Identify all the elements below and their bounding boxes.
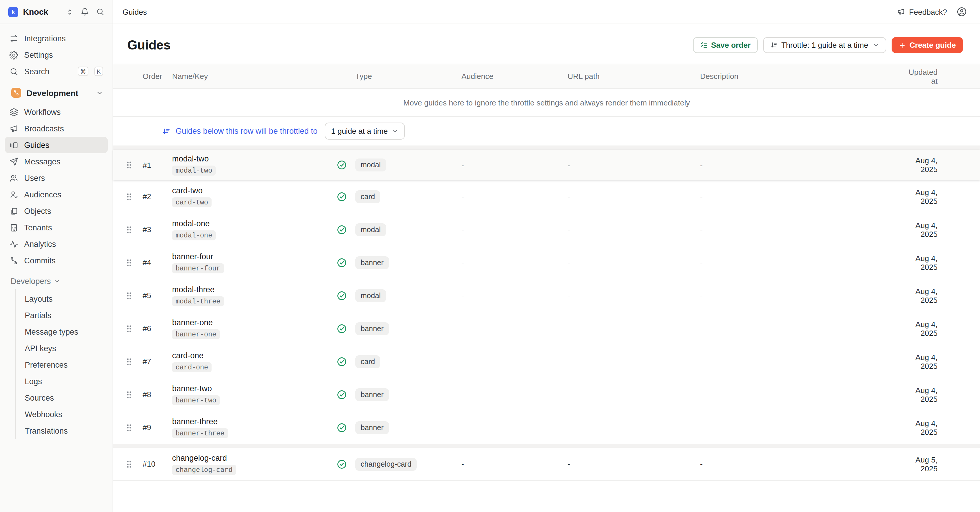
sidebar-item-layouts[interactable]: Layouts — [16, 291, 108, 307]
drag-handle-icon[interactable] — [121, 161, 137, 169]
status-active-check-icon — [336, 459, 347, 469]
sidebar-item-users[interactable]: Users — [5, 170, 108, 186]
sidebar-item-label: Webhooks — [25, 410, 62, 418]
drag-handle-icon[interactable] — [121, 390, 137, 399]
sidebar-top-nav: Integrations Settings Search ⌘ K — [0, 24, 113, 80]
sidebar-item-search[interactable]: Search ⌘ K — [5, 63, 108, 80]
guide-audience: - — [457, 291, 563, 300]
sidebar-item-message-types[interactable]: Message types — [16, 323, 108, 340]
table-row[interactable]: #8 banner-two banner-two banner - - - Au… — [113, 378, 980, 411]
throttle-dropdown-button[interactable]: Throttle: 1 guide at a time — [763, 37, 886, 53]
drag-handle-icon[interactable] — [121, 324, 137, 332]
megaphone-icon — [10, 124, 18, 133]
notifications-bell-icon[interactable] — [80, 6, 90, 17]
sidebar-item-label: Layouts — [25, 294, 53, 303]
sidebar: k Knock Integrations — [0, 0, 113, 512]
guide-type-badge: banner — [355, 322, 389, 335]
sidebar-item-preferences[interactable]: Preferences — [16, 356, 108, 373]
table-row[interactable]: #4 banner-four banner-four banner - - - … — [113, 246, 980, 279]
throttle-divider-text: Guides below this row will be throttled … — [176, 127, 318, 135]
guide-name[interactable]: modal-one — [172, 219, 210, 228]
drag-handle-icon[interactable] — [121, 258, 137, 267]
sidebar-developers-nav: Layouts Partials Message types API keys … — [15, 289, 113, 439]
sidebar-item-audiences[interactable]: Audiences — [5, 186, 108, 203]
sidebar-item-webhooks[interactable]: Webhooks — [16, 406, 108, 423]
save-order-button[interactable]: Save order — [693, 37, 757, 53]
feedback-button[interactable]: Feedback? — [897, 7, 947, 16]
sidebar-item-label: Analytics — [24, 240, 56, 248]
workspace-header[interactable]: k Knock — [0, 0, 113, 24]
unthrottled-dropzone[interactable]: Move guides here to ignore the throttle … — [113, 89, 980, 117]
guide-audience: - — [457, 225, 563, 234]
guide-name[interactable]: modal-three — [172, 285, 215, 294]
search-icon[interactable] — [95, 6, 105, 17]
table-row[interactable]: #9 banner-three banner-three banner - - … — [113, 411, 980, 444]
guide-order: #10 — [137, 460, 167, 468]
drag-handle-icon[interactable] — [121, 291, 137, 300]
table-row[interactable]: #10 changelog-card changelog-card change… — [113, 448, 980, 481]
guide-name[interactable]: banner-three — [172, 417, 218, 426]
throttle-value-select[interactable]: 1 guide at a time — [325, 122, 405, 140]
table-row[interactable]: #7 card-one card-one card - - - Aug 4, 2… — [113, 345, 980, 378]
sidebar-item-messages[interactable]: Messages — [5, 153, 108, 170]
guide-name[interactable]: banner-four — [172, 252, 213, 261]
environment-icon — [11, 88, 21, 98]
guide-name[interactable]: card-two — [172, 186, 203, 195]
create-guide-button[interactable]: Create guide — [892, 37, 963, 53]
guide-name[interactable]: modal-two — [172, 154, 209, 163]
sidebar-item-settings[interactable]: Settings — [5, 46, 108, 63]
sidebar-item-commits[interactable]: Commits — [5, 252, 108, 269]
environment-switcher[interactable]: Development — [0, 80, 113, 103]
table-row[interactable]: #3 modal-one modal-one modal - - - Aug 4… — [113, 213, 980, 246]
workspace-switcher-icon[interactable] — [64, 6, 75, 17]
sidebar-item-partials[interactable]: Partials — [16, 307, 108, 323]
guide-name[interactable]: changelog-card — [172, 453, 227, 462]
workspace-name: Knock — [23, 7, 48, 16]
drag-handle-icon[interactable] — [121, 357, 137, 366]
guide-url-path: - — [563, 390, 695, 399]
guide-name[interactable]: banner-two — [172, 384, 212, 393]
sidebar-item-objects[interactable]: Objects — [5, 203, 108, 219]
guide-key: modal-three — [172, 296, 224, 306]
app-window: k Knock Integrations — [0, 0, 980, 512]
sidebar-item-translations[interactable]: Translations — [16, 423, 108, 439]
environment-name: Development — [27, 88, 78, 97]
feedback-label: Feedback? — [909, 7, 947, 16]
guide-name[interactable]: card-one — [172, 351, 204, 360]
sidebar-item-integrations[interactable]: Integrations — [5, 30, 108, 46]
sidebar-item-tenants[interactable]: Tenants — [5, 219, 108, 236]
sidebar-item-workflows[interactable]: Workflows — [5, 104, 108, 120]
drag-handle-icon[interactable] — [121, 225, 137, 234]
dropzone-text: Move guides here to ignore the throttle … — [403, 98, 690, 107]
guide-description: - — [695, 225, 899, 234]
guide-updated-at: Aug 4, 2025 — [899, 156, 980, 174]
guide-type-badge: banner — [355, 421, 389, 434]
sidebar-item-sources[interactable]: Sources — [16, 390, 108, 406]
drag-handle-icon[interactable] — [121, 460, 137, 468]
sidebar-item-analytics[interactable]: Analytics — [5, 236, 108, 252]
sidebar-item-guides[interactable]: Guides — [5, 137, 108, 153]
drag-handle-icon[interactable] — [121, 192, 137, 200]
plus-icon — [899, 41, 906, 49]
bars-arrow-down-icon — [770, 41, 778, 49]
checklist-icon — [700, 41, 708, 49]
developers-section-toggle[interactable]: Developers — [0, 269, 113, 289]
guide-name[interactable]: banner-one — [172, 318, 213, 327]
sidebar-item-broadcasts[interactable]: Broadcasts — [5, 120, 108, 137]
guide-key: banner-three — [172, 428, 228, 438]
workspace-logo: k — [8, 7, 18, 17]
table-row[interactable]: #6 banner-one banner-one banner - - - Au… — [113, 312, 980, 345]
guide-audience: - — [457, 423, 563, 432]
sidebar-item-api-keys[interactable]: API keys — [16, 340, 108, 356]
sidebar-item-label: Messages — [24, 157, 60, 166]
guide-updated-at: Aug 4, 2025 — [899, 221, 980, 239]
guides-icon — [10, 140, 18, 149]
drag-handle-icon[interactable] — [121, 423, 137, 432]
table-row[interactable]: #1 modal-two modal-two modal - - - Aug 4… — [113, 149, 980, 180]
sidebar-item-logs[interactable]: Logs — [16, 373, 108, 390]
table-row[interactable]: #2 card-two card-two card - - - Aug 4, 2… — [113, 180, 980, 213]
account-avatar-icon[interactable] — [956, 6, 967, 17]
sidebar-item-label: Workflows — [24, 108, 61, 116]
table-row[interactable]: #5 modal-three modal-three modal - - - A… — [113, 279, 980, 312]
guide-url-path: - — [563, 258, 695, 267]
